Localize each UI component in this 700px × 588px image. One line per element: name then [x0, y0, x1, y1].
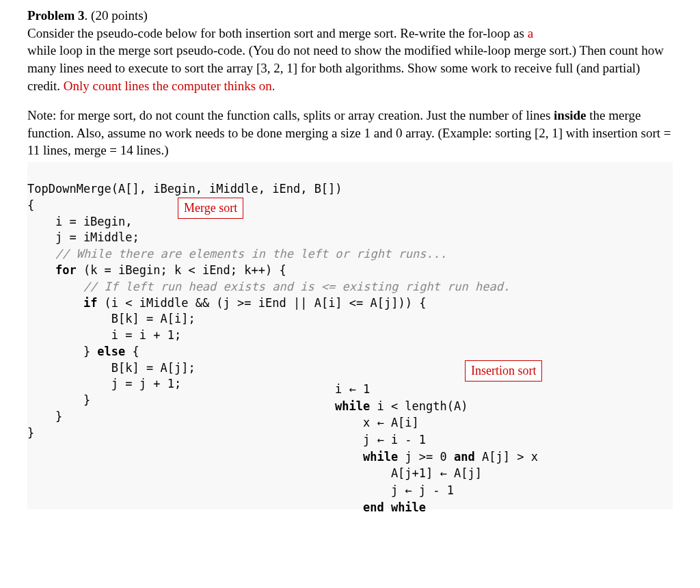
- merge-l13: j = j + 1;: [27, 377, 181, 390]
- para1-red: a: [528, 26, 533, 40]
- problem-title-rest: . (20 points): [85, 8, 148, 23]
- problem-title-bold: Problem 3: [27, 8, 85, 23]
- ins-l5c: A[j] > x: [475, 450, 538, 464]
- merge-l9: B[k] = A[i];: [27, 312, 196, 325]
- ins-l4: j ← i - 1: [335, 433, 426, 446]
- merge-for-kw: for: [55, 263, 77, 277]
- merge-l11b: {: [125, 345, 139, 358]
- ins-end1-kw: end while: [363, 500, 426, 514]
- merge-l8b: (i < iMiddle && (j >= iEnd || A[i] <= A[…: [97, 296, 426, 310]
- merge-l4: j = iMiddle;: [27, 230, 139, 244]
- ins-l8a: [335, 500, 363, 514]
- ins-and-kw: and: [454, 450, 475, 464]
- merge-l16: }: [27, 426, 34, 440]
- merge-l10: i = i + 1;: [27, 328, 181, 342]
- merge-l6a: [27, 263, 55, 277]
- merge-sort-code-block: TopDownMerge(A[], iBegin, iMiddle, iEnd,…: [27, 162, 673, 509]
- ins-while-kw: while: [335, 399, 370, 413]
- para1-a: Consider the pseudo-code below for both …: [27, 26, 528, 40]
- merge-if-kw: if: [83, 296, 97, 310]
- insertion-sort-code-block: i ← 1 while i < length(A) x ← A[i] j ← i…: [335, 381, 538, 516]
- problem-note: Note: for merge sort, do not count the f…: [27, 107, 673, 159]
- ins-l6: A[j+1] ← A[j]: [335, 466, 482, 480]
- merge-l5: // While there are elements in the left …: [27, 247, 447, 260]
- merge-l7: // If left run head exists and is <= exi…: [27, 280, 510, 293]
- ins-while2-kw: while: [363, 450, 398, 464]
- merge-l8a: [27, 296, 83, 310]
- insertion-sort-annotation: Insertion sort: [465, 360, 542, 382]
- para1-red2: Only count lines the computer thinks on.: [64, 79, 275, 93]
- merge-l2: {: [27, 198, 34, 212]
- para2-bold: inside: [554, 108, 587, 122]
- problem-heading: Problem 3. (20 points) Consider the pseu…: [27, 7, 673, 94]
- ins-l3: x ← A[i]: [335, 416, 419, 429]
- merge-else-kw: else: [97, 345, 125, 358]
- merge-l15: }: [27, 410, 62, 423]
- ins-l5a: [335, 450, 363, 464]
- merge-l3: i = iBegin,: [27, 215, 133, 228]
- ins-l5b: j >= 0: [398, 450, 454, 464]
- merge-l6b: (k = iBegin; k < iEnd; k++) {: [77, 263, 286, 277]
- merge-l1: TopDownMerge(A[], iBegin, iMiddle, iEnd,…: [27, 182, 342, 196]
- ins-l1: i ← 1: [335, 382, 370, 396]
- merge-l11a: }: [27, 345, 97, 358]
- merge-l12: B[k] = A[j];: [27, 361, 196, 375]
- ins-l7: j ← j - 1: [335, 483, 454, 497]
- merge-sort-annotation: Merge sort: [178, 198, 243, 219]
- ins-l2b: i < length(A): [370, 399, 468, 413]
- para2-a: Note: for merge sort, do not count the f…: [27, 108, 554, 122]
- merge-l14: }: [27, 393, 90, 407]
